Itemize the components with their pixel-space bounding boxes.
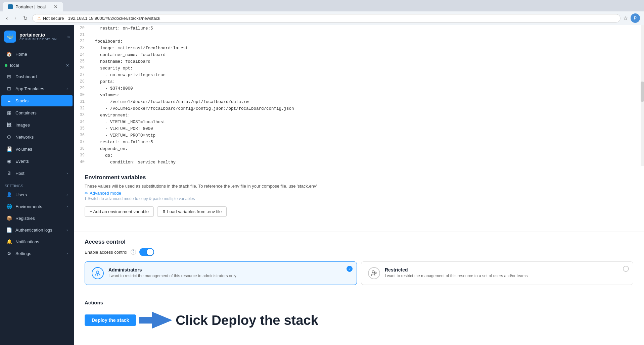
sidebar-item-notifications[interactable]: 🔔 Notifications [1, 236, 73, 247]
line-number: 32 [74, 105, 87, 112]
line-number: 31 [74, 99, 87, 105]
sidebar-item-images[interactable]: 🖼 Images [1, 119, 73, 131]
sidebar-item-stacks[interactable]: ≡ Stacks [1, 95, 73, 106]
code-line: 39 db: [74, 152, 644, 159]
section-divider [74, 232, 644, 232]
security-icon: ⚠ [37, 16, 41, 20]
sidebar-settings-label: Settings [15, 251, 63, 256]
sidebar-environments-label: Environments [15, 204, 63, 209]
browser-chrome: Portainer | local ✕ ‹ › ↻ ⚠ Not secure 1… [0, 0, 644, 25]
access-control-toggle[interactable] [139, 248, 154, 256]
sidebar-item-networks[interactable]: ⬡ Networks [1, 131, 73, 143]
code-line: 25 hostname: focalboard [74, 58, 644, 65]
sidebar-notifications-label: Notifications [15, 239, 68, 244]
code-line: 37 restart: on-failure:5 [74, 139, 644, 146]
line-number: 27 [74, 72, 87, 78]
back-btn[interactable]: ‹ [4, 14, 10, 22]
sidebar-item-app-templates[interactable]: ⊡ App Templates › [1, 83, 73, 94]
sidebar-volumes-label: Volumes [15, 147, 68, 152]
sidebar-host-label: Host [15, 171, 63, 176]
active-tab[interactable]: Portainer | local ✕ [3, 2, 63, 11]
restricted-card-title: Restricted [385, 267, 528, 273]
svg-point-2 [372, 271, 374, 273]
line-number: 29 [74, 85, 87, 92]
code-line: 29 - $374:8000 [74, 85, 644, 92]
sidebar-item-auth-logs[interactable]: 📄 Authentication logs › [1, 224, 73, 236]
restricted-access-card[interactable]: Restricted I want to restrict the manage… [361, 261, 633, 285]
info-icon: ℹ [85, 196, 86, 201]
address-text: 192.168.1.18:9000/#!/2/docker/stacks/new… [68, 16, 160, 21]
toggle-help-icon[interactable]: ? [131, 249, 136, 255]
auth-logs-icon: 📄 [6, 227, 12, 233]
line-number: 37 [74, 139, 87, 145]
line-code: - /volume1/docker/focalboard/data:/opt/f… [87, 99, 644, 105]
host-chevron-icon: › [66, 171, 68, 175]
code-line: 38 depends_on: [74, 146, 644, 152]
env-close-btn[interactable]: ✕ [66, 63, 69, 68]
line-code: restart: on-failure:5 [87, 25, 644, 32]
auth-logs-chevron-icon: › [66, 228, 68, 232]
sidebar-item-containers[interactable]: ▦ Containers [1, 107, 73, 118]
access-control-section: Access control Enable access control ? [74, 239, 644, 293]
code-line: 36 - VIRTUAL_PROTO=http [74, 132, 644, 139]
annotation-arrow [139, 310, 172, 330]
line-code: - VIRTUAL_PORT=8000 [87, 126, 644, 132]
reload-btn[interactable]: ↻ [21, 14, 30, 22]
forward-btn[interactable]: › [12, 14, 18, 22]
sidebar-auth-logs-label: Authentication logs [15, 228, 63, 233]
code-line: 35 - VIRTUAL_PORT=8000 [74, 126, 644, 132]
code-lines: 20 restart: on-failure:52122 focalboard:… [74, 25, 644, 166]
logo-text: portainer.io COMMUNITY EDITION [19, 32, 57, 41]
chevron-down-icon: › [66, 87, 68, 91]
code-scrollbar[interactable] [641, 25, 644, 166]
sidebar-item-volumes[interactable]: 💾 Volumes [1, 143, 73, 155]
sidebar-logo: 🐳 portainer.io COMMUNITY EDITION [4, 31, 57, 43]
sidebar-header: 🐳 portainer.io COMMUNITY EDITION « [0, 25, 74, 48]
svg-marker-4 [139, 312, 172, 329]
code-line: 28 ports: [74, 79, 644, 85]
code-line: 40 condition: service_healthy [74, 159, 644, 166]
sidebar-item-events[interactable]: ◉ Events [1, 155, 73, 167]
line-number: 23 [74, 45, 87, 51]
line-code: - $374:8000 [87, 85, 644, 92]
notifications-icon: 🔔 [6, 239, 12, 244]
env-vars-title: Environment variables [85, 174, 633, 181]
line-number: 34 [74, 119, 87, 125]
restricted-card-radio[interactable] [623, 266, 629, 272]
access-toggle-row: Enable access control ? [85, 248, 633, 256]
home-icon: 🏠 [6, 51, 12, 57]
sidebar-networks-label: Networks [15, 135, 68, 140]
sidebar-users-label: Users [15, 192, 63, 197]
sidebar-item-registries[interactable]: 📦 Registries [1, 212, 73, 224]
env-header: local ✕ [0, 60, 74, 70]
sidebar-item-host[interactable]: 🖥 Host › [1, 167, 73, 179]
sidebar-toggle-btn[interactable]: « [67, 34, 70, 39]
line-code: hostname: focalboard [87, 58, 644, 65]
sidebar-item-settings[interactable]: ⚙ Settings › [1, 248, 73, 259]
sidebar-item-environments[interactable]: 🌐 Environments › [1, 201, 73, 212]
advanced-mode-link[interactable]: ✏ Advanced mode [85, 191, 633, 196]
line-number: 20 [74, 25, 87, 32]
code-line: 30 volumes: [74, 92, 644, 99]
sidebar-item-dashboard[interactable]: ⊞ Dashboard [1, 71, 73, 82]
sidebar-item-users[interactable]: 👤 Users › [1, 189, 73, 200]
events-icon: ◉ [6, 158, 12, 164]
code-scrollbar-thumb[interactable] [641, 82, 644, 102]
profile-btn[interactable]: P [631, 13, 640, 23]
settings-group-label: Settings [0, 182, 74, 189]
access-cards: Administrators I want to restrict the ma… [85, 261, 633, 285]
settings-group: Settings 👤 Users › 🌐 Environments › 📦 Re… [0, 182, 74, 259]
deploy-stack-btn[interactable]: Deploy the stack [85, 314, 136, 326]
registries-icon: 📦 [6, 215, 12, 221]
address-bar[interactable]: ⚠ Not secure 192.168.1.18:9000/#!/2/dock… [32, 14, 620, 22]
sidebar-item-home[interactable]: 🏠 Home [1, 48, 73, 60]
settings-icon: ⚙ [6, 251, 12, 256]
app-layout: 🐳 portainer.io COMMUNITY EDITION « 🏠 Hom… [0, 25, 644, 345]
admin-access-card[interactable]: Administrators I want to restrict the ma… [85, 261, 357, 285]
env-vars-section: Environment variables These values will … [74, 166, 644, 225]
tab-close-btn[interactable]: ✕ [54, 4, 58, 9]
code-line: 27 - no-new-privileges:true [74, 72, 644, 79]
add-env-var-btn[interactable]: + Add an environment variable [85, 206, 154, 217]
bookmark-btn[interactable]: ☆ [623, 15, 628, 21]
load-env-file-btn[interactable]: ⬆ Load variables from .env file [157, 206, 227, 217]
